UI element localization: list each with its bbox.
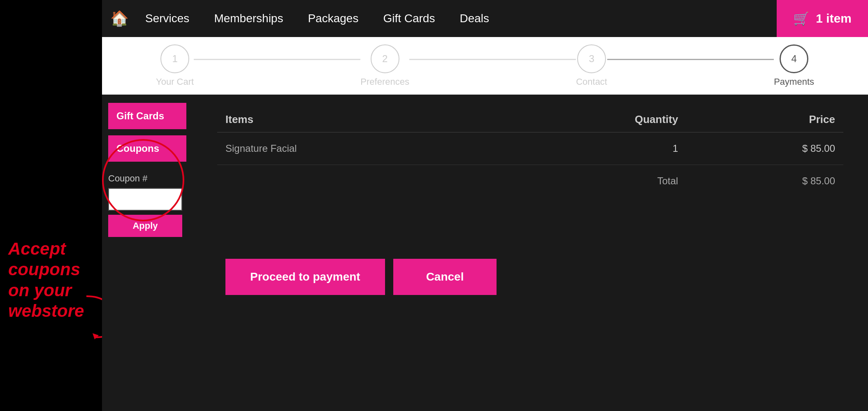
step-3-circle: 3 [577,44,606,73]
svg-marker-0 [93,333,99,339]
coupons-button[interactable]: Coupons [108,135,186,162]
coupon-input[interactable] [108,188,182,211]
step-1: 1 Your Cart [156,44,194,87]
proceed-to-payment-button[interactable]: Proceed to payment [225,259,385,295]
home-button[interactable]: 🏠 [110,10,129,27]
nav-deals[interactable]: Deals [460,12,489,25]
step-4-circle: 4 [780,44,808,73]
table-row: Signature Facial 1 $ 85.00 [217,132,843,165]
coupon-section: Coupon # Apply [108,170,186,237]
total-label: Total [496,165,686,197]
progress-steps: 1 Your Cart 2 Preferences 3 Contact 4 Pa… [156,44,814,87]
step-4: 4 Payments [774,44,814,87]
nav-packages[interactable]: Packages [308,12,358,25]
step-2-label: Preferences [360,77,409,87]
item-price: $ 85.00 [686,132,843,165]
step-4-label: Payments [774,77,814,87]
apply-button[interactable]: Apply [108,215,182,237]
nav-services[interactable]: Services [145,12,189,25]
bottom-buttons: Proceed to payment Cancel [217,259,843,295]
step-2-circle: 2 [371,44,399,73]
item-name: Signature Facial [217,132,496,165]
total-empty [217,165,496,197]
nav-gift-cards[interactable]: Gift Cards [383,12,435,25]
cart-count: 1 item [816,12,852,26]
step-3: 3 Contact [576,44,607,87]
gift-cards-button[interactable]: Gift Cards [108,103,186,129]
left-panel: Accept couponson yourwebstore [0,0,102,411]
step-line-1 [194,59,360,60]
cart-button[interactable]: 🛒 1 item [777,0,868,37]
sidebar: Gift Cards Coupons Coupon # Apply [102,95,193,411]
step-1-label: Your Cart [156,77,194,87]
step-line-2 [409,59,576,60]
cart-icon: 🛒 [793,11,810,26]
cancel-button[interactable]: Cancel [393,259,497,295]
nav-memberships[interactable]: Memberships [214,12,283,25]
col-quantity: Quantity [496,107,686,132]
body-section: Gift Cards Coupons Coupon # Apply Items … [102,95,868,411]
table-area: Items Quantity Price Signature Facial 1 … [193,95,868,411]
coupon-field-label: Coupon # [108,173,186,184]
step-line-3 [607,59,774,60]
total-row: Total $ 85.00 [217,165,843,197]
step-2: 2 Preferences [360,44,409,87]
step-3-label: Contact [576,77,607,87]
progress-section: 1 Your Cart 2 Preferences 3 Contact 4 Pa… [102,37,868,95]
col-price: Price [686,107,843,132]
step-1-circle: 1 [160,44,189,73]
nav-items: Services Memberships Packages Gift Cards… [145,12,860,25]
navbar: 🏠 Services Memberships Packages Gift Car… [102,0,868,37]
main-content: 🏠 Services Memberships Packages Gift Car… [102,0,868,411]
total-value: $ 85.00 [686,165,843,197]
item-quantity: 1 [496,132,686,165]
order-table: Items Quantity Price Signature Facial 1 … [217,107,843,197]
col-items: Items [217,107,496,132]
